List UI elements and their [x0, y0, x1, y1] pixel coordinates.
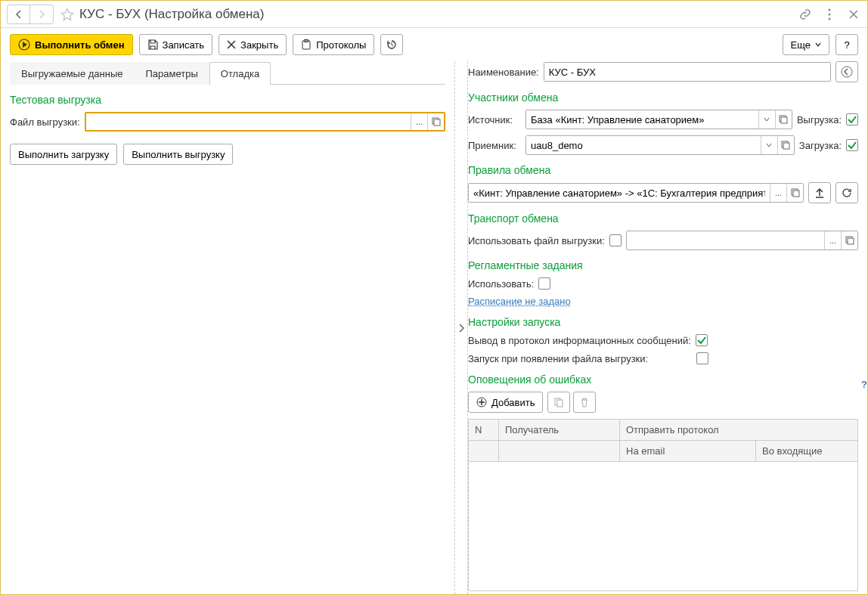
close-icon	[227, 40, 236, 49]
svg-rect-14	[793, 191, 799, 197]
export-check-label: Выгрузка:	[797, 114, 842, 126]
section-test-export: Тестовая выгрузка	[10, 94, 445, 106]
svg-point-2	[829, 17, 831, 20]
help-button[interactable]: ?	[835, 34, 858, 55]
select-button[interactable]: ...	[411, 113, 427, 130]
transport-open[interactable]	[841, 231, 857, 249]
proto-out-checkbox[interactable]	[696, 334, 708, 346]
window-title: КУС - БУХ (Настройка обмена)	[79, 7, 798, 22]
use-file-checkbox[interactable]	[609, 234, 622, 246]
clipboard-icon	[301, 39, 312, 50]
section-rules: Правила обмена	[468, 164, 858, 176]
run-exchange-button[interactable]: Выполнить обмен	[10, 34, 133, 55]
source-input[interactable]	[526, 110, 758, 129]
splitter[interactable]	[454, 61, 468, 594]
rules-open[interactable]	[786, 184, 803, 202]
run-export-button[interactable]: Выполнить выгрузку	[123, 144, 233, 165]
right-pane: Наименование: Участники обмена Источник:…	[468, 61, 867, 594]
delete-row-button[interactable]	[573, 392, 596, 413]
back-round-button[interactable]	[835, 61, 858, 82]
tabs: Выгружаемые данные Параметры Отладка	[10, 61, 445, 85]
tab-parameters[interactable]: Параметры	[135, 62, 209, 85]
chevron-down-icon	[815, 42, 821, 48]
col-email[interactable]: На email	[620, 441, 756, 462]
close-button[interactable]: Закрыть	[219, 34, 287, 55]
export-file-input[interactable]	[86, 113, 411, 130]
upload-rules-button[interactable]	[808, 182, 831, 203]
load-checkbox[interactable]	[846, 139, 858, 151]
recipients-table: N Получатель Отправить протокол На email…	[468, 419, 858, 591]
more-button[interactable]: Еще	[783, 34, 829, 55]
history-icon	[386, 39, 398, 51]
open-button[interactable]	[427, 113, 444, 130]
svg-rect-10	[781, 117, 787, 123]
toolbar: Выполнить обмен Записать Закрыть Протоко…	[1, 28, 867, 61]
source-dropdown[interactable]	[758, 110, 775, 129]
svg-rect-7	[434, 119, 440, 126]
left-pane: Выгружаемые данные Параметры Отладка Тес…	[1, 61, 454, 594]
launch-on-file-checkbox[interactable]	[696, 352, 708, 364]
use-scheduled-checkbox[interactable]	[538, 277, 550, 290]
save-button[interactable]: Записать	[139, 34, 213, 55]
section-participants: Участники обмена	[468, 91, 858, 104]
trash-icon	[579, 397, 590, 408]
name-input[interactable]	[544, 63, 830, 81]
load-check-label: Загрузка:	[799, 140, 842, 151]
favorite-star-icon[interactable]	[60, 7, 75, 22]
titlebar: КУС - БУХ (Настройка обмена)	[1, 1, 867, 28]
table-body[interactable]	[469, 462, 857, 590]
export-file-input-wrap: ...	[85, 112, 445, 132]
link-icon[interactable]	[798, 7, 813, 22]
export-checkbox[interactable]	[846, 113, 858, 126]
dest-input[interactable]	[526, 136, 761, 154]
refresh-icon	[842, 187, 852, 198]
nav-back-button[interactable]	[8, 5, 30, 23]
help-hint-icon[interactable]: ?	[861, 379, 867, 390]
tab-exported-data[interactable]: Выгружаемые данные	[10, 62, 135, 85]
rules-input[interactable]	[469, 184, 770, 202]
proto-out-label: Вывод в протокол информационных сообщени…	[468, 335, 691, 346]
svg-rect-12	[783, 143, 789, 149]
col-recipient[interactable]: Получатель	[499, 420, 620, 441]
export-file-label: Файл выгрузки:	[10, 116, 80, 128]
name-label: Наименование:	[468, 67, 539, 78]
tab-debug[interactable]: Отладка	[209, 62, 271, 85]
save-icon	[147, 39, 158, 50]
section-transport: Транспорт обмена	[468, 212, 858, 225]
rules-select[interactable]: ...	[770, 184, 786, 202]
play-icon	[18, 39, 30, 51]
section-launch: Настройки запуска	[468, 316, 858, 328]
close-window-button[interactable]	[846, 7, 861, 22]
history-button[interactable]	[380, 34, 403, 55]
kebab-menu-icon[interactable]	[822, 7, 837, 22]
schedule-link[interactable]: Расписание не задано	[468, 296, 571, 307]
copy-icon	[553, 397, 564, 408]
nav-forward-button[interactable]	[30, 5, 53, 23]
chevron-right-icon	[457, 323, 465, 333]
transport-file-input[interactable]	[627, 231, 824, 249]
svg-point-1	[829, 13, 831, 15]
plus-circle-icon	[476, 397, 487, 408]
use-file-label: Использовать файл выгрузки:	[468, 235, 605, 246]
dest-dropdown[interactable]	[761, 136, 777, 154]
dest-open[interactable]	[777, 136, 794, 154]
col-inbox[interactable]: Во входящие	[756, 441, 857, 462]
refresh-rules-button[interactable]	[835, 182, 858, 203]
col-n[interactable]: N	[469, 420, 499, 441]
run-load-button[interactable]: Выполнить загрузку	[10, 144, 117, 165]
col-send-protocol[interactable]: Отправить протокол	[620, 420, 857, 441]
section-scheduled: Регламентные задания	[468, 259, 858, 271]
protocols-button[interactable]: Протоколы	[293, 34, 374, 55]
dest-label: Приемник:	[468, 140, 521, 151]
use-scheduled-label: Использовать:	[468, 278, 534, 290]
source-open[interactable]	[775, 110, 792, 129]
transport-select[interactable]: ...	[824, 231, 841, 249]
section-errors: Оповещения об ошибках	[468, 373, 858, 386]
add-recipient-button[interactable]: Добавить	[468, 392, 543, 413]
upload-icon	[814, 187, 825, 198]
svg-point-8	[842, 67, 852, 77]
svg-rect-19	[557, 400, 563, 407]
svg-rect-16	[848, 238, 854, 244]
copy-row-button[interactable]	[547, 392, 570, 413]
nav-buttons	[7, 5, 54, 24]
